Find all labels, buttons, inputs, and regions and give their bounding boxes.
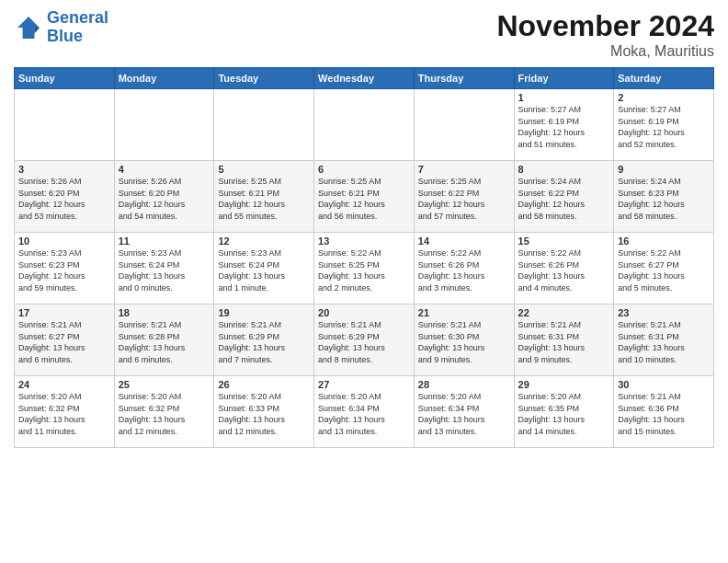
day-info: Sunrise: 5:22 AM Sunset: 6:26 PM Dayligh… [518, 247, 610, 293]
calendar-cell [214, 89, 314, 161]
day-info: Sunrise: 5:24 AM Sunset: 6:22 PM Dayligh… [518, 176, 610, 222]
calendar-cell: 15Sunrise: 5:22 AM Sunset: 6:26 PM Dayli… [514, 233, 614, 304]
calendar-week-5: 24Sunrise: 5:20 AM Sunset: 6:32 PM Dayli… [15, 376, 714, 448]
calendar-cell [414, 89, 514, 161]
day-number: 26 [218, 379, 310, 390]
calendar-cell: 16Sunrise: 5:22 AM Sunset: 6:27 PM Dayli… [614, 233, 714, 304]
day-number: 23 [618, 307, 710, 318]
weekday-header-sunday: Sunday [15, 68, 115, 89]
calendar-cell: 1Sunrise: 5:27 AM Sunset: 6:19 PM Daylig… [514, 89, 614, 161]
day-info: Sunrise: 5:22 AM Sunset: 6:27 PM Dayligh… [618, 247, 710, 293]
calendar-cell: 4Sunrise: 5:26 AM Sunset: 6:20 PM Daylig… [114, 161, 214, 233]
calendar-cell: 23Sunrise: 5:21 AM Sunset: 6:31 PM Dayli… [614, 304, 714, 376]
calendar-cell: 25Sunrise: 5:20 AM Sunset: 6:32 PM Dayli… [114, 376, 214, 448]
logo-text: General Blue [47, 9, 108, 46]
day-info: Sunrise: 5:20 AM Sunset: 6:33 PM Dayligh… [218, 391, 310, 437]
day-info: Sunrise: 5:20 AM Sunset: 6:35 PM Dayligh… [518, 391, 610, 437]
day-info: Sunrise: 5:22 AM Sunset: 6:25 PM Dayligh… [318, 247, 410, 293]
weekday-header-wednesday: Wednesday [314, 68, 415, 89]
weekday-header-saturday: Saturday [614, 68, 714, 89]
day-info: Sunrise: 5:25 AM Sunset: 6:21 PM Dayligh… [218, 176, 310, 222]
calendar-cell: 13Sunrise: 5:22 AM Sunset: 6:25 PM Dayli… [314, 233, 415, 304]
day-number: 25 [119, 379, 210, 390]
day-info: Sunrise: 5:21 AM Sunset: 6:28 PM Dayligh… [119, 319, 210, 365]
calendar-cell: 12Sunrise: 5:23 AM Sunset: 6:24 PM Dayli… [214, 233, 314, 304]
calendar-table: SundayMondayTuesdayWednesdayThursdayFrid… [14, 67, 714, 448]
day-number: 16 [618, 236, 710, 247]
day-info: Sunrise: 5:20 AM Sunset: 6:34 PM Dayligh… [318, 391, 410, 437]
calendar-week-3: 10Sunrise: 5:23 AM Sunset: 6:23 PM Dayli… [15, 233, 714, 304]
day-number: 20 [318, 307, 410, 318]
day-info: Sunrise: 5:21 AM Sunset: 6:29 PM Dayligh… [318, 319, 410, 365]
day-info: Sunrise: 5:21 AM Sunset: 6:30 PM Dayligh… [418, 319, 510, 365]
day-info: Sunrise: 5:21 AM Sunset: 6:31 PM Dayligh… [518, 319, 610, 365]
day-info: Sunrise: 5:22 AM Sunset: 6:26 PM Dayligh… [418, 247, 510, 293]
day-info: Sunrise: 5:20 AM Sunset: 6:34 PM Dayligh… [418, 391, 510, 437]
logo-line1: General [47, 8, 108, 27]
day-info: Sunrise: 5:20 AM Sunset: 6:32 PM Dayligh… [18, 391, 110, 437]
calendar-cell: 19Sunrise: 5:21 AM Sunset: 6:29 PM Dayli… [214, 304, 314, 376]
svg-marker-1 [34, 28, 40, 33]
calendar-cell: 30Sunrise: 5:21 AM Sunset: 6:36 PM Dayli… [614, 376, 714, 448]
day-info: Sunrise: 5:23 AM Sunset: 6:24 PM Dayligh… [119, 247, 210, 293]
day-number: 15 [518, 236, 610, 247]
day-number: 11 [119, 236, 210, 247]
calendar-cell: 7Sunrise: 5:25 AM Sunset: 6:22 PM Daylig… [414, 161, 514, 233]
day-info: Sunrise: 5:27 AM Sunset: 6:19 PM Dayligh… [518, 104, 610, 150]
day-number: 2 [618, 92, 710, 103]
weekday-header-thursday: Thursday [414, 68, 514, 89]
calendar-cell: 21Sunrise: 5:21 AM Sunset: 6:30 PM Dayli… [414, 304, 514, 376]
calendar-cell: 8Sunrise: 5:24 AM Sunset: 6:22 PM Daylig… [514, 161, 614, 233]
calendar-cell [314, 89, 415, 161]
day-number: 22 [518, 307, 610, 318]
logo-line2: Blue [47, 27, 83, 45]
calendar-cell: 18Sunrise: 5:21 AM Sunset: 6:28 PM Dayli… [114, 304, 214, 376]
day-info: Sunrise: 5:25 AM Sunset: 6:22 PM Dayligh… [418, 176, 510, 222]
day-info: Sunrise: 5:23 AM Sunset: 6:24 PM Dayligh… [218, 247, 310, 293]
day-number: 3 [18, 164, 110, 175]
calendar-cell [114, 89, 214, 161]
month-title: November 2024 [496, 9, 714, 43]
calendar-cell [15, 89, 115, 161]
day-number: 24 [18, 379, 110, 390]
day-number: 12 [218, 236, 310, 247]
calendar-cell: 14Sunrise: 5:22 AM Sunset: 6:26 PM Dayli… [414, 233, 514, 304]
weekday-header-monday: Monday [114, 68, 214, 89]
day-info: Sunrise: 5:24 AM Sunset: 6:23 PM Dayligh… [618, 176, 710, 222]
calendar-header: SundayMondayTuesdayWednesdayThursdayFrid… [15, 68, 714, 89]
day-info: Sunrise: 5:21 AM Sunset: 6:27 PM Dayligh… [18, 319, 110, 365]
day-number: 10 [18, 236, 110, 247]
day-info: Sunrise: 5:26 AM Sunset: 6:20 PM Dayligh… [119, 176, 210, 222]
calendar-cell: 26Sunrise: 5:20 AM Sunset: 6:33 PM Dayli… [214, 376, 314, 448]
day-info: Sunrise: 5:26 AM Sunset: 6:20 PM Dayligh… [18, 176, 110, 222]
day-number: 18 [119, 307, 210, 318]
day-number: 21 [418, 307, 510, 318]
calendar-body: 1Sunrise: 5:27 AM Sunset: 6:19 PM Daylig… [15, 89, 714, 448]
calendar-week-2: 3Sunrise: 5:26 AM Sunset: 6:20 PM Daylig… [15, 161, 714, 233]
title-block: November 2024 Moka, Mauritius [496, 9, 714, 60]
calendar-cell: 22Sunrise: 5:21 AM Sunset: 6:31 PM Dayli… [514, 304, 614, 376]
day-number: 6 [318, 164, 410, 175]
weekday-header-tuesday: Tuesday [214, 68, 314, 89]
calendar-cell: 27Sunrise: 5:20 AM Sunset: 6:34 PM Dayli… [314, 376, 415, 448]
calendar-cell: 9Sunrise: 5:24 AM Sunset: 6:23 PM Daylig… [614, 161, 714, 233]
day-number: 8 [518, 164, 610, 175]
day-number: 14 [418, 236, 510, 247]
calendar-cell: 29Sunrise: 5:20 AM Sunset: 6:35 PM Dayli… [514, 376, 614, 448]
calendar-cell: 20Sunrise: 5:21 AM Sunset: 6:29 PM Dayli… [314, 304, 415, 376]
day-number: 13 [318, 236, 410, 247]
day-info: Sunrise: 5:20 AM Sunset: 6:32 PM Dayligh… [119, 391, 210, 437]
calendar-cell: 11Sunrise: 5:23 AM Sunset: 6:24 PM Dayli… [114, 233, 214, 304]
day-number: 1 [518, 92, 610, 103]
logo: General Blue [14, 9, 108, 46]
weekday-row: SundayMondayTuesdayWednesdayThursdayFrid… [15, 68, 714, 89]
day-info: Sunrise: 5:25 AM Sunset: 6:21 PM Dayligh… [318, 176, 410, 222]
day-number: 29 [518, 379, 610, 390]
calendar-cell: 24Sunrise: 5:20 AM Sunset: 6:32 PM Dayli… [15, 376, 115, 448]
logo-icon [14, 13, 43, 42]
day-number: 17 [18, 307, 110, 318]
calendar-cell: 3Sunrise: 5:26 AM Sunset: 6:20 PM Daylig… [15, 161, 115, 233]
day-number: 28 [418, 379, 510, 390]
page-header: General Blue November 2024 Moka, Mauriti… [14, 9, 714, 60]
day-number: 5 [218, 164, 310, 175]
